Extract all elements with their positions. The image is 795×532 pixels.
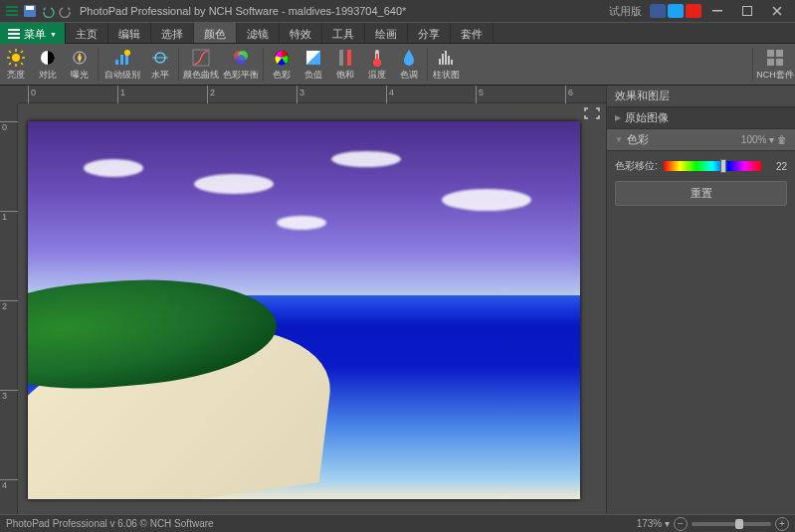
- negative-icon: [303, 48, 323, 68]
- menu-tools[interactable]: 工具: [322, 23, 365, 43]
- tool-brightness[interactable]: 亮度: [0, 44, 32, 86]
- thermometer-icon: [367, 48, 387, 68]
- menu-suite[interactable]: 套件: [451, 23, 494, 43]
- svg-rect-21: [115, 60, 118, 65]
- tool-color[interactable]: 色彩: [266, 44, 298, 86]
- minimize-button[interactable]: [703, 1, 731, 21]
- svg-line-15: [9, 51, 11, 53]
- tool-autolevel[interactable]: 自动级别: [100, 44, 144, 86]
- svg-rect-7: [8, 29, 20, 31]
- status-text: PhotoPad Professional v 6.06 © NCH Softw…: [6, 518, 214, 529]
- svg-rect-1: [6, 10, 18, 12]
- tool-nch-suite[interactable]: NCH套件: [755, 44, 795, 86]
- zoom-slider[interactable]: [692, 522, 771, 526]
- hue-slider[interactable]: [664, 161, 761, 171]
- ruler-horizontal: 0 1 2 3 4 5 6: [18, 86, 606, 103]
- twitter-icon[interactable]: [668, 4, 684, 18]
- tool-contrast[interactable]: 对比: [32, 44, 64, 86]
- tool-saturation[interactable]: 饱和: [329, 44, 361, 86]
- levels-icon: [150, 48, 170, 68]
- ruler-vertical: 0 1 2 3 4: [0, 103, 18, 514]
- redo-icon[interactable]: [58, 3, 74, 19]
- layer-original[interactable]: ▶ 原始图像: [607, 107, 795, 129]
- tool-histogram[interactable]: 柱状图: [430, 44, 462, 86]
- close-button[interactable]: [763, 1, 791, 21]
- svg-rect-2: [6, 14, 18, 16]
- tool-temperature[interactable]: 温度: [361, 44, 393, 86]
- title-bar: PhotoPad Professional by NCH Software - …: [0, 0, 795, 22]
- svg-rect-4: [26, 6, 34, 10]
- contrast-icon: [38, 48, 58, 68]
- zoom-in-button[interactable]: +: [775, 517, 789, 531]
- svg-rect-40: [442, 54, 444, 65]
- layer-label: 色彩: [627, 132, 649, 147]
- colorwheel-icon: [272, 48, 292, 68]
- tool-colorbalance[interactable]: 色彩平衡: [221, 44, 261, 86]
- svg-rect-42: [448, 56, 450, 65]
- youtube-icon[interactable]: [686, 4, 701, 18]
- maximize-button[interactable]: [733, 1, 761, 21]
- svg-point-30: [236, 55, 246, 65]
- slider-value: 22: [767, 161, 787, 172]
- sun-icon: [6, 48, 26, 68]
- zoom-thumb[interactable]: [735, 519, 743, 529]
- svg-rect-47: [776, 59, 783, 66]
- menu-share[interactable]: 分享: [408, 23, 451, 43]
- svg-rect-38: [376, 54, 378, 63]
- side-panel: 效果和图层 ▶ 原始图像 ▼ 色彩 100% ▾ 🗑 色彩移位: 22 重置: [606, 86, 795, 514]
- tool-exposure[interactable]: 曝光: [64, 44, 96, 86]
- fullscreen-icon[interactable]: [584, 107, 602, 121]
- svg-line-17: [21, 51, 23, 53]
- menu-home[interactable]: 主页: [66, 23, 108, 43]
- image-preview: [28, 121, 580, 499]
- svg-rect-41: [445, 51, 447, 65]
- svg-rect-45: [776, 50, 783, 57]
- menu-edit[interactable]: 编辑: [108, 23, 151, 43]
- svg-line-18: [9, 63, 11, 65]
- zoom-out-button[interactable]: −: [674, 517, 688, 531]
- svg-rect-43: [451, 60, 453, 65]
- save-icon[interactable]: [22, 3, 38, 19]
- app-menu-button[interactable]: 菜单 ▼: [0, 23, 66, 45]
- layer-label: 原始图像: [625, 110, 669, 125]
- ribbon-toolbar: 亮度 对比 曝光 自动级别 水平 颜色曲线 色彩平衡 色彩 负值 饱和 温度 色…: [0, 44, 795, 86]
- window-title: PhotoPad Professional by NCH Software - …: [74, 5, 609, 17]
- chevron-right-icon: ▶: [615, 113, 621, 122]
- menu-select[interactable]: 选择: [151, 23, 194, 43]
- svg-rect-22: [120, 55, 123, 65]
- menu-bar: 菜单 ▼ 主页 编辑 选择 颜色 滤镜 特效 工具 绘画 分享 套件: [0, 22, 795, 44]
- svg-rect-5: [712, 10, 722, 12]
- svg-rect-35: [347, 50, 351, 66]
- svg-rect-46: [767, 59, 774, 66]
- menu-paint[interactable]: 绘画: [365, 23, 408, 43]
- histogram-icon: [436, 48, 456, 68]
- workspace: 0 1 2 3 4 5 6 0 1 2 3 4: [0, 86, 795, 514]
- tool-curves[interactable]: 颜色曲线: [181, 44, 221, 86]
- menu-color[interactable]: 颜色: [194, 23, 237, 43]
- svg-rect-44: [767, 50, 774, 57]
- svg-rect-39: [439, 59, 441, 65]
- facebook-icon[interactable]: [650, 4, 666, 18]
- layer-opacity: 100% ▾ 🗑: [741, 134, 787, 145]
- undo-icon[interactable]: [40, 3, 56, 19]
- reset-button[interactable]: 重置: [615, 181, 787, 206]
- grid-icon: [765, 48, 785, 68]
- svg-point-24: [124, 50, 130, 56]
- tool-hue[interactable]: 色调: [393, 44, 425, 86]
- panel-header: 效果和图层: [607, 86, 795, 107]
- svg-rect-8: [8, 33, 20, 35]
- tool-negative[interactable]: 负值: [298, 44, 329, 86]
- slider-thumb[interactable]: [720, 159, 726, 173]
- menu-filter[interactable]: 滤镜: [237, 23, 280, 43]
- layer-color-adjustment[interactable]: ▼ 色彩 100% ▾ 🗑: [607, 129, 795, 151]
- svg-point-10: [12, 54, 20, 62]
- menu-effects[interactable]: 特效: [280, 23, 322, 43]
- tool-levels[interactable]: 水平: [144, 44, 176, 86]
- canvas-area[interactable]: [18, 103, 606, 514]
- curves-icon: [191, 48, 211, 68]
- exposure-icon: [70, 48, 90, 68]
- svg-line-16: [21, 63, 23, 65]
- svg-rect-34: [339, 50, 343, 66]
- menu-icon[interactable]: [4, 3, 20, 19]
- saturation-icon: [335, 48, 355, 68]
